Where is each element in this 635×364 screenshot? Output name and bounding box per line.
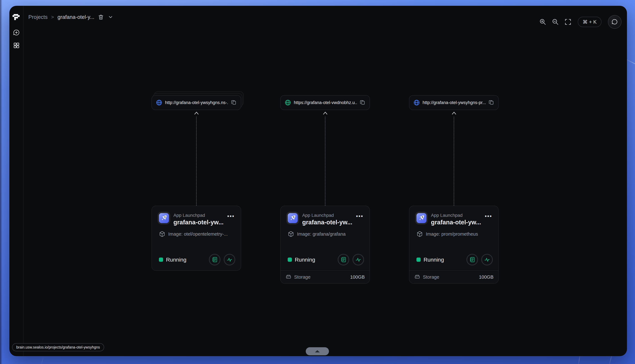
network-url-pill[interactable]: http://grafana-otel-ywsyhgns-pr... <box>409 95 499 110</box>
copy-url-icon[interactable] <box>360 100 366 106</box>
sealos-logo-icon[interactable] <box>12 12 21 22</box>
card-more-menu-icon[interactable]: ⋯ <box>227 212 234 220</box>
card-image-text: Image: grafana/grafana <box>297 232 346 237</box>
zoom-out-icon[interactable] <box>552 18 559 26</box>
storage-label: Storage <box>294 274 311 280</box>
connector-arrow-up-icon <box>194 111 199 115</box>
storage-row: Storage 100GB <box>281 270 370 283</box>
logs-icon <box>469 256 475 263</box>
network-url-pill[interactable]: https://grafana-otel-vwdnobhz.u... <box>280 95 370 110</box>
storage-value: 100GB <box>350 274 365 280</box>
package-icon <box>159 231 165 237</box>
breadcrumb: Projects > grafana-otel-y... <box>28 14 114 20</box>
card-app-type: App Launchpad <box>173 213 205 218</box>
sidebar-divider <box>23 6 24 356</box>
logs-button[interactable] <box>209 254 221 266</box>
logs-icon <box>211 256 218 263</box>
chat-bubble-icon <box>611 18 618 26</box>
package-icon <box>288 231 294 237</box>
url-text: http://grafana-otel-ywsyhgns-pr... <box>423 100 486 105</box>
connector-dashed-line <box>196 116 197 206</box>
fullscreen-icon[interactable] <box>564 18 572 26</box>
card-footer: Running <box>159 254 235 266</box>
card-image-text: Image: prom/prometheus <box>426 232 478 237</box>
logs-icon <box>340 256 347 263</box>
app-launchpad-rocket-icon <box>416 213 426 223</box>
storage-row: Storage 100GB <box>409 270 498 283</box>
background-streak <box>41 356 44 364</box>
status-dot <box>416 258 421 262</box>
card-image-row: Image: prom/prometheus <box>416 231 478 237</box>
app-column: https://grafana-otel-vwdnobhz.u... <box>280 6 370 356</box>
app-card[interactable]: App Launchpad grafana-otel-yw... ⋯ Image… <box>152 206 241 271</box>
globe-icon <box>156 99 163 106</box>
url-text: http://grafana-otel-ywsyhgns.ns-... <box>165 100 228 105</box>
card-app-type: App Launchpad <box>302 213 334 218</box>
card-app-name: grafana-otel-yw... <box>302 219 352 226</box>
card-image-row: Image: grafana/grafana <box>288 231 346 237</box>
connector-dashed-line <box>325 116 325 206</box>
app-column: http://grafana-otel-ywsyhgns-pr... <box>409 6 499 356</box>
card-app-name: grafana-otel-yw... <box>431 219 481 226</box>
apps-grid-icon[interactable] <box>13 42 20 49</box>
storage-disk-icon <box>414 274 420 280</box>
status-text: Running <box>295 256 315 263</box>
activity-pulse-icon <box>484 256 490 263</box>
status-text: Running <box>424 256 444 263</box>
card-app-name: grafana-otel-yw... <box>173 219 224 226</box>
project-switcher-chevron-down-icon[interactable] <box>108 14 114 20</box>
activity-pulse-icon <box>226 256 233 263</box>
status-text: Running <box>166 256 187 263</box>
monitoring-button[interactable] <box>224 254 235 266</box>
status-dot <box>159 258 163 262</box>
card-image-text: Image: otel/opentelemetry-... <box>168 232 228 237</box>
card-image-row: Image: otel/opentelemetry-... <box>159 231 228 237</box>
breadcrumb-projects-link[interactable]: Projects <box>28 14 48 20</box>
new-chat-icon[interactable] <box>13 29 20 36</box>
card-app-type: App Launchpad <box>431 213 462 218</box>
connector-dashed-line <box>454 116 454 206</box>
connector-arrow-up-icon <box>323 111 328 115</box>
url-text: https://grafana-otel-vwdnobhz.u... <box>294 100 357 105</box>
storage-label: Storage <box>423 274 439 280</box>
background-vignette <box>0 0 2 364</box>
card-more-menu-icon[interactable]: ⋯ <box>356 212 363 220</box>
card-more-menu-icon[interactable]: ⋯ <box>484 212 492 220</box>
command-k-shortcut-button[interactable]: ⌘ + K <box>578 17 601 27</box>
copy-url-icon[interactable] <box>231 100 237 106</box>
app-card[interactable]: App Launchpad grafana-otel-yw... ⋯ Image… <box>280 206 370 284</box>
card-footer: Running <box>416 254 493 266</box>
connector-arrow-up-icon <box>452 111 456 115</box>
delete-project-icon[interactable] <box>98 14 104 20</box>
breadcrumb-current-project: grafana-otel-y... <box>58 14 95 20</box>
dock-collapse-button[interactable] <box>306 347 329 355</box>
app-launchpad-rocket-icon <box>288 213 298 223</box>
collapse-triangle-icon <box>315 350 320 352</box>
app-column: http://grafana-otel-ywsyhgns.ns-... <box>152 6 241 356</box>
assistant-chat-button[interactable] <box>608 15 621 29</box>
network-url-pill[interactable]: http://grafana-otel-ywsyhgns.ns-... <box>152 95 241 110</box>
link-preview-tooltip: brain.usw.sealos.io/projects/grafana-ote… <box>12 343 104 351</box>
activity-pulse-icon <box>355 256 361 263</box>
zoom-in-icon[interactable] <box>539 18 546 26</box>
logs-button[interactable] <box>338 254 349 266</box>
app-card[interactable]: App Launchpad grafana-otel-yw... ⋯ Image… <box>409 206 499 284</box>
card-footer: Running <box>288 254 364 266</box>
status-dot <box>288 258 292 262</box>
breadcrumb-separator: > <box>51 14 54 20</box>
package-icon <box>416 231 423 237</box>
monitoring-button[interactable] <box>481 254 493 266</box>
app-window: Projects > grafana-otel-y... <box>9 6 627 356</box>
globe-icon <box>284 99 291 106</box>
header-controls: ⌘ + K <box>539 15 621 29</box>
monitoring-button[interactable] <box>352 254 364 266</box>
logs-button[interactable] <box>466 254 478 266</box>
desktop: { "header": { "breadcrumb": { "root": "P… <box>0 0 635 364</box>
storage-value: 100GB <box>479 274 493 280</box>
globe-icon <box>413 99 420 106</box>
app-launchpad-rocket-icon <box>159 213 169 223</box>
storage-disk-icon <box>285 274 292 280</box>
copy-url-icon[interactable] <box>488 100 494 106</box>
